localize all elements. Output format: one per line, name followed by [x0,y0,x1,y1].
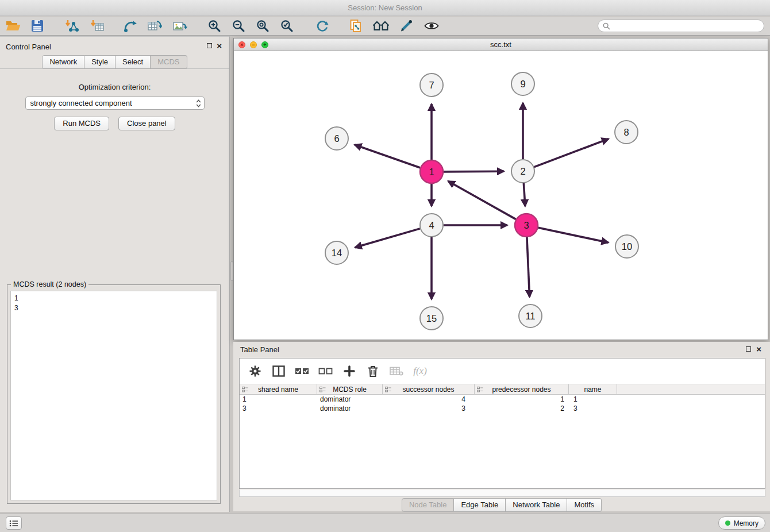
cell-name[interactable]: 3 [569,404,617,413]
control-panel-float-icon[interactable] [207,43,212,48]
export-image-button[interactable] [171,17,188,34]
column-header-successor-nodes[interactable]: successor nodes [383,384,475,394]
import-network-button[interactable] [63,17,80,34]
show-columns-button[interactable] [271,365,286,377]
graph-node-14[interactable]: 14 [325,241,348,264]
list-icon [9,520,18,527]
delete-table-button[interactable] [389,365,404,377]
graph-edge-2-3[interactable] [523,183,525,206]
cell-mcds-role[interactable]: dominator [317,395,383,404]
control-panel-close-icon[interactable]: × [217,41,222,51]
control-panel-header: Control Panel × [0,37,229,55]
graph-node-1[interactable]: 1 [420,160,443,183]
search-box[interactable] [598,20,764,32]
graph-node-6[interactable]: 6 [325,127,348,150]
mcds-result-group: MCDS result (2 nodes) 1 3 [7,284,221,504]
table-settings-button[interactable] [248,365,263,377]
cell-predecessor-nodes[interactable]: 2 [475,404,569,413]
function-builder-button[interactable]: f(x) [413,365,428,377]
criterion-dropdown[interactable]: strongly connected component [25,97,205,110]
column-header-predecessor-nodes[interactable]: predecessor nodes [475,384,569,394]
graph-edge-3-11[interactable] [527,237,530,297]
graph-node-4[interactable]: 4 [420,214,443,237]
graph-node-label: 6 [334,133,339,144]
tab-network-table[interactable]: Network Table [506,498,567,512]
graph-node-2[interactable]: 2 [511,160,534,183]
graph-node-10[interactable]: 10 [615,235,638,258]
tab-edge-table[interactable]: Edge Table [454,498,506,512]
cell-name[interactable]: 1 [569,395,617,404]
zoom-out-button[interactable] [230,17,247,34]
control-panel: Control Panel × Network Style Select MCD… [0,36,230,512]
trash-icon [367,365,379,377]
run-mcds-button[interactable]: Run MCDS [54,117,109,130]
memory-button[interactable]: Memory [718,516,765,530]
task-history-button[interactable] [6,516,22,530]
tab-motifs[interactable]: Motifs [567,498,602,512]
tab-node-table[interactable]: Node Table [402,498,455,512]
network-graph[interactable]: 7968124314101511 [234,52,768,340]
graph-node-label: 10 [622,241,632,252]
search-input[interactable] [613,22,759,30]
open-file-button[interactable] [5,17,22,34]
graph-node-7[interactable]: 7 [420,74,443,97]
show-graphics-details-button[interactable] [423,17,440,34]
cell-successor-nodes[interactable]: 3 [383,404,475,413]
network-window-titlebar[interactable]: × − + scc.txt [234,38,768,51]
fit-content-button[interactable] [254,17,271,34]
tab-mcds[interactable]: MCDS [151,55,187,69]
cell-predecessor-nodes[interactable]: 1 [475,395,569,404]
cell-mcds-role[interactable]: dominator [317,404,383,413]
cell-successor-nodes[interactable]: 4 [383,395,475,404]
network-canvas[interactable]: 7968124314101511 [234,52,768,340]
column-sort-icon [477,387,483,392]
save-session-button[interactable] [29,17,46,34]
new-network-table-button[interactable] [146,17,163,34]
graph-node-8[interactable]: 8 [615,121,638,144]
minimize-window-icon[interactable]: − [250,41,257,48]
graph-node-15[interactable]: 15 [420,307,443,330]
new-network-button[interactable] [122,17,139,34]
graph-edge-3-10[interactable] [538,228,609,242]
zoom-selected-button[interactable] [278,17,295,34]
close-panel-button[interactable]: Close panel [118,117,175,130]
table-header-row: shared name MCDS role successor nodes pr… [240,384,765,395]
tab-style[interactable]: Style [84,55,116,69]
home-button[interactable] [372,17,390,34]
tab-network[interactable]: Network [42,55,84,69]
save-disk-icon [31,20,44,32]
graph-edge-3-1[interactable] [448,181,516,219]
graph-node-9[interactable]: 9 [511,72,534,95]
zoom-window-icon[interactable]: + [261,41,268,48]
graph-edge-4-14[interactable] [355,229,420,248]
unselect-all-button[interactable] [318,366,333,376]
cell-shared-name[interactable]: 1 [240,395,317,404]
graph-edge-2-8[interactable] [534,139,609,167]
tab-select[interactable]: Select [116,55,151,69]
table-row[interactable]: 1 dominator 4 1 1 [240,395,765,404]
table-panel-close-icon[interactable]: × [756,344,761,354]
column-header-shared-name[interactable]: shared name [240,384,317,394]
column-header-mcds-role[interactable]: MCDS role [317,384,383,394]
import-table-button[interactable] [88,17,106,34]
apply-style-button[interactable] [398,17,415,34]
delete-column-button[interactable] [365,365,380,377]
import-table-icon [90,19,105,33]
close-window-icon[interactable]: × [238,41,245,48]
add-column-button[interactable] [342,365,357,377]
column-header-name[interactable]: name [569,384,617,394]
table-horizontal-scrollbar[interactable] [239,489,765,497]
zoom-in-button[interactable] [206,17,223,34]
refresh-view-button[interactable] [314,17,331,34]
graph-node-3[interactable]: 3 [515,214,538,237]
copy-layout-button[interactable] [347,17,364,34]
mcds-result-item: 3 [14,303,213,313]
graph-edge-1-6[interactable] [355,145,420,168]
graph-edge-1-2[interactable] [444,171,504,172]
select-all-button[interactable] [295,366,310,376]
graph-node-11[interactable]: 11 [519,304,542,327]
table-panel-float-icon[interactable] [746,346,751,352]
cell-shared-name[interactable]: 3 [240,404,317,413]
mcds-result-list[interactable]: 1 3 [10,291,217,500]
table-row[interactable]: 3 dominator 3 2 3 [240,404,765,413]
